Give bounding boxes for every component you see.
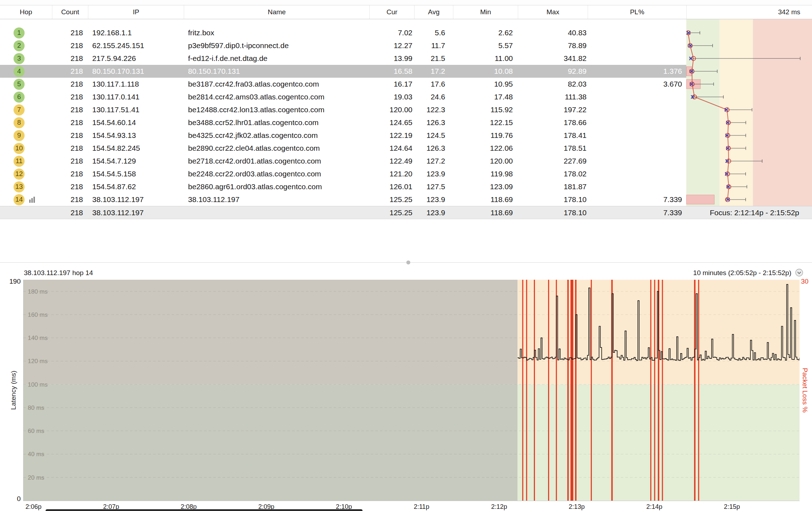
latency-axis-label: Latency (ms) bbox=[10, 371, 17, 410]
hop-table-row[interactable]: 11 218 154.54.7.129 be2718.ccr42.ord01.a… bbox=[0, 155, 812, 167]
column-header-max[interactable]: Max bbox=[518, 5, 588, 19]
loss-axis-label: Packet Loss % bbox=[801, 368, 809, 413]
avg-cell: 17.6 bbox=[414, 80, 453, 88]
hop-table-row[interactable]: 1 218 192.168.1.1 fritz.box 7.02 5.6 2.6… bbox=[0, 26, 812, 39]
name-cell: p3e9bf597.dip0.t-ipconnect.de bbox=[184, 41, 369, 50]
name-cell: be2718.ccr42.ord01.atlas.cogentco.com bbox=[184, 157, 369, 165]
column-header-avg[interactable]: Avg bbox=[414, 5, 453, 19]
hop-table-row[interactable]: 13 218 154.54.87.62 be2860.agr61.ord03.a… bbox=[0, 180, 812, 193]
horizontal-scrollbar-thumb[interactable] bbox=[46, 509, 363, 511]
min-cell: 10.95 bbox=[453, 80, 518, 88]
hop-number-badge: 4 bbox=[14, 66, 25, 77]
time-range-dropdown[interactable]: 10 minutes (2:05:52p - 2:15:52p) bbox=[693, 268, 791, 278]
hop-number-badge: 13 bbox=[14, 181, 25, 192]
max-cell: 197.22 bbox=[518, 105, 588, 114]
column-header-ip[interactable]: IP bbox=[88, 5, 184, 19]
count-cell: 218 bbox=[52, 144, 88, 153]
avg-cell: 123.9 bbox=[414, 195, 453, 204]
timeline-plot[interactable]: 180 ms160 ms140 ms120 ms100 ms80 ms60 ms… bbox=[23, 280, 800, 501]
count-cell: 218 bbox=[52, 67, 88, 76]
column-header-count[interactable]: Count bbox=[52, 5, 88, 19]
max-cell: 78.89 bbox=[518, 41, 588, 50]
cur-cell: 16.58 bbox=[369, 67, 414, 76]
svg-text:160 ms: 160 ms bbox=[28, 311, 48, 318]
hop-table-row[interactable]: 6 218 130.117.0.141 be2814.ccr42.ams03.a… bbox=[0, 91, 812, 103]
hop-table-row[interactable]: 8 218 154.54.60.14 be3488.ccr52.lhr01.at… bbox=[0, 116, 812, 129]
time-tick-label: 2:13p bbox=[569, 503, 585, 511]
ip-cell: 130.117.51.41 bbox=[88, 105, 184, 114]
ip-cell: 80.150.170.131 bbox=[88, 67, 184, 76]
hop-number-badge: 7 bbox=[14, 104, 25, 115]
count-cell: 218 bbox=[52, 170, 88, 178]
name-cell: fritz.box bbox=[184, 29, 369, 37]
min-cell: 122.06 bbox=[453, 144, 518, 153]
column-header-cur[interactable]: Cur bbox=[369, 5, 414, 19]
count-cell: 218 bbox=[52, 93, 88, 101]
hop-table-row[interactable]: 12 218 154.54.5.158 be2248.ccr22.ord03.a… bbox=[0, 167, 812, 180]
cur-cell: 7.02 bbox=[369, 29, 414, 37]
column-header-hop[interactable]: Hop bbox=[0, 5, 52, 19]
column-header-pl[interactable]: PL% bbox=[588, 5, 686, 19]
max-cell: 178.02 bbox=[518, 170, 588, 178]
min-cell: 119.98 bbox=[453, 170, 518, 178]
avg-cell: 124.5 bbox=[414, 131, 453, 140]
ip-cell: 154.54.60.14 bbox=[88, 118, 184, 127]
cur-cell: 125.25 bbox=[369, 195, 414, 204]
chevron-down-icon[interactable] bbox=[795, 268, 803, 277]
timeline-target-label: 38.103.112.197 hop 14 bbox=[24, 268, 93, 278]
bar-chart-icon bbox=[29, 197, 35, 203]
pl-cell: 7.339 bbox=[588, 195, 686, 204]
ip-cell: 154.54.5.158 bbox=[88, 170, 184, 178]
max-cell: 92.89 bbox=[518, 67, 588, 76]
hop-number-badge: 3 bbox=[14, 53, 25, 64]
avg-cell: 21.5 bbox=[414, 54, 453, 63]
hop-table-row[interactable]: 14 218 38.103.112.197 38.103.112.197 125… bbox=[0, 193, 812, 206]
cur-cell: 13.99 bbox=[369, 54, 414, 63]
ip-cell: 154.54.7.129 bbox=[88, 157, 184, 165]
name-cell: be2248.ccr22.ord03.atlas.cogentco.com bbox=[184, 170, 369, 178]
svg-text:20 ms: 20 ms bbox=[28, 474, 44, 481]
ip-cell: 154.54.82.245 bbox=[88, 144, 184, 153]
name-cell: be3488.ccr52.lhr01.atlas.cogentco.com bbox=[184, 118, 369, 127]
hop-table-row[interactable]: 3 218 217.5.94.226 f-ed12-i.f.de.net.dta… bbox=[0, 52, 812, 65]
cur-cell: 16.17 bbox=[369, 80, 414, 88]
hop-cell: 12 bbox=[0, 169, 52, 180]
time-tick-label: 2:15p bbox=[724, 503, 740, 511]
max-cell: 111.38 bbox=[518, 93, 588, 101]
max-cell: 178.41 bbox=[518, 131, 588, 140]
hop-table-row[interactable]: 9 218 154.54.93.13 be4325.ccr42.jfk02.at… bbox=[0, 129, 812, 142]
column-header-name[interactable]: Name bbox=[184, 5, 369, 19]
cur-cell: 19.03 bbox=[369, 93, 414, 101]
cur-cell: 124.64 bbox=[369, 144, 414, 153]
hop-table-row[interactable]: 5 218 130.117.1.118 be3187.ccr42.fra03.a… bbox=[0, 78, 812, 91]
cur-cell: 120.00 bbox=[369, 105, 414, 114]
ip-cell: 154.54.93.13 bbox=[88, 131, 184, 140]
ip-cell: 130.117.0.141 bbox=[88, 93, 184, 101]
panel-splitter[interactable] bbox=[0, 262, 812, 263]
hop-number-badge: 6 bbox=[14, 92, 25, 103]
ip-cell: 62.155.245.151 bbox=[88, 41, 184, 50]
min-cell: 2.62 bbox=[453, 29, 518, 37]
summary-ip: 38.103.112.197 bbox=[88, 208, 184, 217]
name-cell: be4325.ccr42.jfk02.atlas.cogentco.com bbox=[184, 131, 369, 140]
avg-cell: 127.2 bbox=[414, 157, 453, 165]
hop-table-row[interactable]: 2 218 62.155.245.151 p3e9bf597.dip0.t-ip… bbox=[0, 39, 812, 52]
ip-cell: 130.117.1.118 bbox=[88, 80, 184, 88]
name-cell: be3187.ccr42.fra03.atlas.cogentco.com bbox=[184, 80, 369, 88]
name-cell: 80.150.170.131 bbox=[184, 67, 369, 76]
cur-cell: 122.49 bbox=[369, 157, 414, 165]
summary-avg: 123.9 bbox=[414, 208, 453, 217]
hop-table-row[interactable]: 10 218 154.54.82.245 be2890.ccr22.cle04.… bbox=[0, 142, 812, 155]
timeline-header: 38.103.112.197 hop 14 10 minutes (2:05:5… bbox=[0, 268, 812, 278]
count-cell: 218 bbox=[52, 195, 88, 204]
ip-cell: 217.5.94.226 bbox=[88, 54, 184, 63]
count-cell: 218 bbox=[52, 80, 88, 88]
min-cell: 17.48 bbox=[453, 93, 518, 101]
hop-cell: 7 bbox=[0, 104, 52, 115]
column-header-min[interactable]: Min bbox=[453, 5, 518, 19]
splitter-handle-icon[interactable] bbox=[406, 260, 410, 264]
hop-table-row[interactable]: 4 218 80.150.170.131 80.150.170.131 16.5… bbox=[0, 65, 812, 78]
min-cell: 5.57 bbox=[453, 41, 518, 50]
hop-table-row[interactable]: 7 218 130.117.51.41 be12488.ccr42.lon13.… bbox=[0, 103, 812, 116]
svg-text:40 ms: 40 ms bbox=[28, 451, 44, 458]
